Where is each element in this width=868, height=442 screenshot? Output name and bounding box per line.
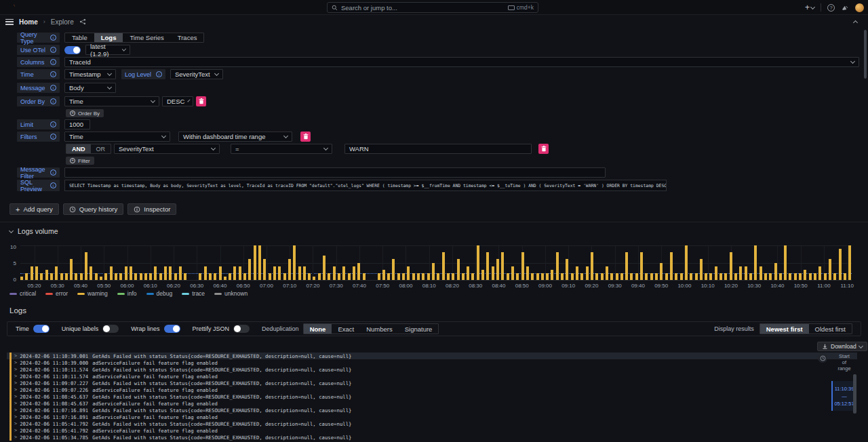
user-avatar[interactable]	[855, 3, 864, 12]
global-search-input[interactable]: Search or jump to... cmd+k	[327, 2, 538, 13]
limit-input[interactable]: 1000	[64, 119, 90, 129]
help-icon[interactable]: ?	[827, 4, 835, 12]
log-row[interactable]: > 2024-02-06 11:10:11.574 adServiceFailu…	[7, 373, 857, 380]
or-option[interactable]: OR	[91, 144, 111, 153]
page-scrollbar-thumb[interactable]	[864, 30, 867, 79]
expand-chevron-icon[interactable]: >	[14, 374, 17, 379]
expand-chevron-icon[interactable]: >	[14, 428, 17, 433]
expand-chevron-icon[interactable]: >	[14, 387, 17, 393]
filter1-value-select[interactable]: Within dashboard time range	[178, 132, 292, 142]
filter2-field-select[interactable]: SeverityText	[114, 144, 220, 154]
info-icon[interactable]	[156, 71, 162, 77]
expand-chevron-icon[interactable]: >	[14, 360, 17, 365]
message-filter-input[interactable]	[64, 167, 606, 178]
grafana-logo-icon[interactable]	[5, 2, 16, 12]
info-icon[interactable]	[50, 59, 56, 65]
menu-toggle-icon[interactable]	[5, 19, 14, 25]
share-icon[interactable]	[79, 18, 86, 25]
info-icon[interactable]	[50, 134, 56, 140]
query-history-button[interactable]: Query history	[63, 203, 124, 215]
filter2-value-input[interactable]: WARN	[344, 144, 532, 154]
expand-chevron-icon[interactable]: >	[14, 407, 17, 413]
legend-item[interactable]: info	[117, 290, 137, 297]
collapse-toolbar-icon[interactable]	[853, 20, 858, 25]
log-row[interactable]: > 2024-02-06 11:10:39.000 adServiceFailu…	[7, 359, 857, 366]
add-order-by-button[interactable]: Order By	[66, 109, 104, 117]
expand-chevron-icon[interactable]: >	[14, 401, 17, 406]
toggle-switch[interactable]	[102, 325, 119, 333]
log-row[interactable]: > 2024-02-06 11:10:39.001 GetAds Failed …	[7, 353, 857, 359]
legend-item[interactable]: warning	[77, 290, 108, 297]
toggle-switch[interactable]	[33, 325, 50, 333]
logs-volume-header[interactable]: Logs volume	[9, 227, 58, 235]
log-row[interactable]: > 2024-02-06 11:08:45.637 GetAds Failed …	[7, 393, 857, 400]
add-menu-button[interactable]: +	[805, 3, 814, 12]
query-type-tab[interactable]: Table	[65, 33, 94, 42]
and-option[interactable]: AND	[66, 144, 91, 153]
breadcrumb-home[interactable]: Home	[19, 18, 38, 26]
otel-version-select[interactable]: latest (1.2.9)	[85, 45, 130, 55]
legend-item[interactable]: debug	[146, 290, 173, 297]
info-icon[interactable]	[50, 98, 56, 104]
news-icon[interactable]	[841, 3, 849, 12]
log-row[interactable]: > 2024-02-06 11:10:11.574 GetAds Failed …	[7, 366, 857, 373]
legend-item[interactable]: critical	[9, 290, 36, 297]
query-type-tab[interactable]: Logs	[94, 33, 123, 42]
expand-chevron-icon[interactable]: >	[14, 414, 17, 420]
expand-chevron-icon[interactable]: >	[14, 380, 17, 386]
query-type-tab[interactable]: Traces	[171, 33, 204, 42]
info-icon[interactable]	[50, 121, 56, 127]
log-row[interactable]: > 2024-02-06 11:09:07.226 adServiceFailu…	[7, 386, 857, 393]
display-order-option[interactable]: Newest first	[760, 324, 809, 334]
info-icon[interactable]	[50, 85, 56, 91]
log-minimap-range[interactable]: 11:10:39 — 05:12:57	[831, 381, 856, 411]
columns-multiselect[interactable]: TraceId	[64, 57, 859, 67]
toggle-switch[interactable]	[164, 325, 180, 333]
dedup-option[interactable]: Exact	[332, 324, 360, 334]
legend-item[interactable]: error	[45, 290, 68, 297]
dedup-option[interactable]: None	[304, 324, 332, 334]
remove-filter1-button[interactable]	[300, 132, 311, 142]
dedup-option[interactable]: Signature	[399, 324, 439, 334]
info-icon[interactable]	[50, 182, 56, 188]
legend-item[interactable]: unknown	[214, 290, 248, 297]
download-button[interactable]: Download	[817, 342, 867, 351]
log-level-select[interactable]: SeverityText	[170, 69, 223, 79]
expand-chevron-icon[interactable]: >	[14, 421, 17, 426]
x-tick-label: 10:20	[724, 283, 738, 289]
log-row[interactable]: > 2024-02-06 11:08:45.637 adServiceFailu…	[7, 400, 857, 407]
legend-item[interactable]: trace	[182, 290, 205, 297]
display-order-option[interactable]: Oldest first	[809, 324, 852, 334]
remove-order-by-button[interactable]	[196, 96, 206, 106]
use-otel-toggle[interactable]	[64, 46, 81, 54]
time-column-select[interactable]: Timestamp	[64, 69, 116, 79]
inspector-button[interactable]: Inspector	[127, 203, 176, 215]
filter1-field-select[interactable]: Time	[64, 132, 170, 142]
info-icon[interactable]	[50, 35, 56, 41]
remove-filter2-button[interactable]	[538, 144, 549, 154]
expand-chevron-icon[interactable]: >	[14, 353, 17, 359]
expand-chevron-icon[interactable]: >	[14, 394, 17, 399]
message-column-select[interactable]: Body	[64, 83, 116, 93]
info-icon[interactable]	[50, 71, 56, 77]
filter2-operator-select[interactable]: =	[231, 144, 332, 154]
log-row[interactable]: > 2024-02-06 11:09:07.227 GetAds Failed …	[7, 380, 857, 386]
log-row[interactable]: > 2024-02-06 11:05:34.785 GetAds Failed …	[7, 434, 857, 441]
add-filter-button[interactable]: Filter	[66, 157, 94, 165]
add-query-button[interactable]: +Add query	[9, 203, 59, 215]
minimap-scrollbar-thumb[interactable]	[853, 374, 856, 414]
toggle-switch[interactable]	[233, 325, 250, 333]
log-row[interactable]: > 2024-02-06 11:05:41.792 adServiceFailu…	[7, 427, 857, 434]
log-row[interactable]: > 2024-02-06 11:07:16.891 GetAds Failed …	[7, 407, 857, 414]
log-row[interactable]: > 2024-02-06 11:05:41.792 GetAds Failed …	[7, 420, 857, 427]
breadcrumb-explore[interactable]: Explore	[51, 18, 74, 26]
info-icon[interactable]	[50, 47, 56, 53]
order-by-field-select[interactable]: Time	[64, 96, 159, 106]
info-icon[interactable]	[50, 169, 56, 176]
dedup-option[interactable]: Numbers	[360, 324, 399, 334]
log-row[interactable]: > 2024-02-06 11:07:16.891 adServiceFailu…	[7, 414, 857, 420]
query-type-tab[interactable]: Time Series	[123, 33, 170, 42]
order-direction-select[interactable]: DESC	[162, 96, 193, 106]
expand-chevron-icon[interactable]: >	[14, 367, 17, 372]
expand-chevron-icon[interactable]: >	[14, 435, 17, 440]
